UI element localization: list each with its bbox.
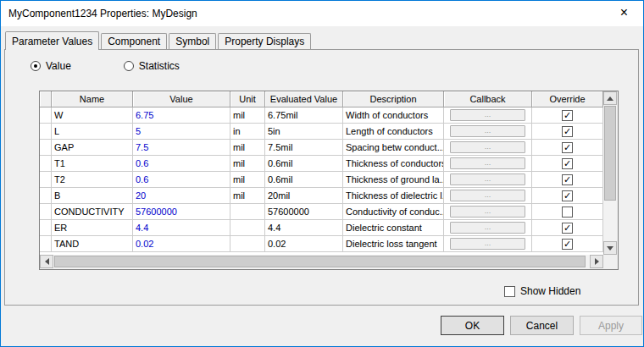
override-checkbox[interactable] [562, 190, 573, 201]
cell-name[interactable]: W [52, 107, 133, 124]
cell-description: Dielectric constant [343, 220, 444, 236]
horizontal-scroll-thumb[interactable] [54, 256, 586, 267]
horizontal-scrollbar[interactable] [40, 255, 603, 269]
cell-callback: ... [444, 172, 532, 188]
cell-name[interactable]: L [52, 124, 133, 140]
cell-name[interactable]: CONDUCTIVITY [52, 204, 133, 220]
cell-value[interactable]: 57600000 [133, 204, 230, 220]
header-row: NameValueUnitEvaluated ValueDescriptionC… [40, 91, 603, 107]
cell-value[interactable]: 20 [133, 188, 230, 204]
table-row-T1: T10.6mil0.6milThickness of conductors... [40, 156, 603, 172]
scroll-right-button[interactable] [590, 255, 603, 268]
vertical-scroll-thumb[interactable] [604, 106, 616, 201]
radio-statistics[interactable]: Statistics [124, 60, 180, 72]
radio-value-label: Value [46, 60, 71, 72]
column-header-description: Description [343, 91, 444, 107]
cell-callback: ... [444, 220, 532, 236]
table-row-W: W6.75mil6.75milWidth of conductors... [40, 107, 603, 124]
table-row-CONDUCTIVITY: CONDUCTIVITY5760000057600000Conductivity… [40, 204, 603, 220]
cell-name[interactable]: ER [52, 220, 133, 236]
properties-dialog: MyComponent1234 Properties: MyDesign × P… [0, 0, 644, 347]
row-selector[interactable] [40, 188, 52, 204]
tab-property-displays[interactable]: Property Displays [218, 33, 311, 49]
cell-override [532, 188, 603, 204]
cell-evaluated-value: 20mil [265, 188, 343, 204]
cell-value[interactable]: 0.6 [133, 156, 230, 172]
cell-name[interactable]: B [52, 188, 133, 204]
cell-override [532, 107, 603, 124]
callback-button[interactable]: ... [450, 174, 525, 185]
row-selector[interactable] [40, 124, 52, 140]
cell-evaluated-value: 57600000 [265, 204, 343, 220]
left-arrow-icon [45, 258, 49, 265]
cell-unit[interactable] [230, 204, 265, 220]
scroll-up-button[interactable] [603, 91, 617, 105]
override-checkbox[interactable] [562, 142, 573, 153]
row-selector[interactable] [40, 220, 52, 236]
callback-button[interactable]: ... [450, 190, 525, 201]
row-selector[interactable] [40, 172, 52, 188]
scrollbar-corner [603, 255, 618, 269]
override-checkbox[interactable] [562, 239, 573, 250]
callback-button[interactable]: ... [450, 206, 525, 218]
window-title: MyComponent1234 Properties: MyDesign [8, 1, 197, 26]
row-selector[interactable] [40, 204, 52, 220]
radio-button-icon [31, 61, 41, 71]
apply-button[interactable]: Apply [580, 316, 642, 335]
cell-value[interactable]: 4.4 [133, 220, 230, 236]
cell-unit[interactable] [230, 236, 265, 252]
tab-parameter-values[interactable]: Parameter Values [5, 31, 99, 50]
cell-unit[interactable]: mil [230, 140, 265, 156]
scroll-down-button[interactable] [603, 241, 617, 255]
row-selector[interactable] [40, 236, 52, 252]
row-selector[interactable] [40, 140, 52, 156]
row-selector[interactable] [40, 156, 52, 172]
cell-override [532, 172, 603, 188]
cell-unit[interactable]: mil [230, 156, 265, 172]
override-checkbox[interactable] [562, 223, 573, 234]
cancel-button[interactable]: Cancel [510, 316, 574, 335]
override-checkbox[interactable] [562, 207, 573, 218]
cell-evaluated-value: 5in [265, 124, 343, 140]
override-checkbox[interactable] [562, 110, 573, 121]
callback-button[interactable]: ... [450, 157, 525, 169]
cell-unit[interactable]: mil [230, 188, 265, 204]
value-mode-radio-group: Value Statistics [31, 60, 180, 72]
override-checkbox[interactable] [562, 174, 573, 185]
callback-button[interactable]: ... [450, 109, 525, 121]
table-row-B: B20mil20milThickness of dielectric l....… [40, 188, 603, 204]
cell-name[interactable]: T1 [52, 156, 133, 172]
cell-name[interactable]: TAND [52, 236, 133, 252]
cell-unit[interactable]: mil [230, 107, 265, 124]
cell-value[interactable]: 0.6 [133, 172, 230, 188]
show-hidden-checkbox[interactable]: Show Hidden [504, 285, 580, 297]
callback-button[interactable]: ... [450, 238, 525, 250]
cell-description: Width of conductors [343, 107, 444, 124]
tab-component[interactable]: Component [101, 33, 167, 49]
cell-value[interactable]: 6.75 [133, 107, 230, 124]
row-selector[interactable] [40, 107, 52, 124]
cell-unit[interactable]: mil [230, 172, 265, 188]
cell-name[interactable]: GAP [52, 140, 133, 156]
tab-symbol[interactable]: Symbol [169, 33, 216, 49]
cell-evaluated-value: 6.75mil [265, 107, 343, 124]
cell-value[interactable]: 5 [133, 124, 230, 140]
override-checkbox[interactable] [562, 158, 573, 169]
ok-button[interactable]: OK [441, 316, 504, 335]
cell-value[interactable]: 7.5 [133, 140, 230, 156]
cell-callback: ... [444, 107, 532, 124]
cell-value[interactable]: 0.02 [133, 236, 230, 252]
callback-button[interactable]: ... [450, 125, 525, 137]
callback-button[interactable]: ... [450, 141, 525, 153]
cell-unit[interactable] [230, 220, 265, 236]
callback-button[interactable]: ... [450, 222, 525, 234]
vertical-scrollbar[interactable] [603, 91, 618, 255]
radio-value[interactable]: Value [31, 60, 71, 72]
column-header-callback: Callback [444, 91, 532, 107]
cell-unit[interactable]: in [230, 124, 265, 140]
override-checkbox[interactable] [562, 126, 573, 137]
table-row-L: L5in5inLength of conductors... [40, 124, 603, 140]
close-button[interactable]: × [605, 1, 643, 26]
scroll-left-button[interactable] [40, 255, 53, 268]
cell-name[interactable]: T2 [52, 172, 133, 188]
